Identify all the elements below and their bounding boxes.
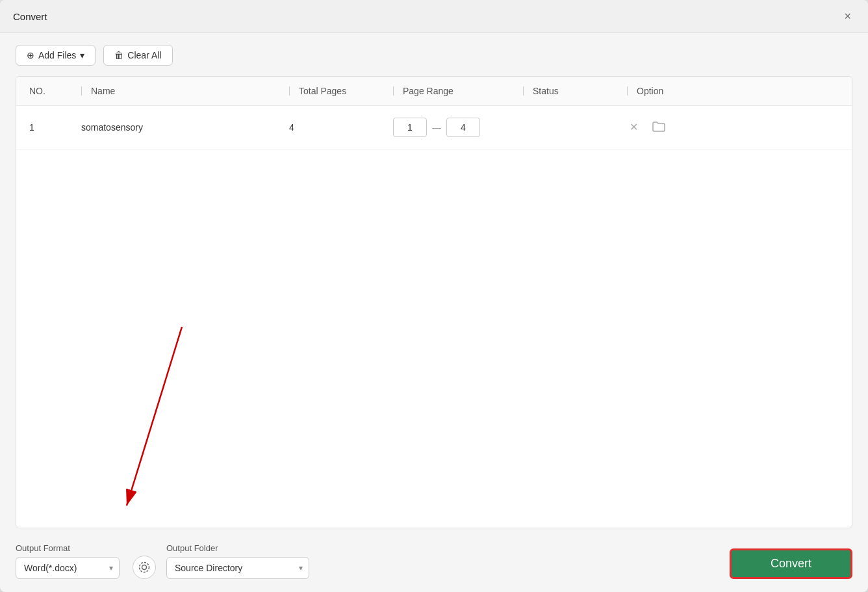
convert-button[interactable]: Convert (730, 548, 852, 579)
row-page-range: — (393, 118, 523, 137)
row-name: somatosensory (81, 122, 289, 133)
remove-file-button[interactable]: ✕ (627, 120, 641, 135)
file-table: NO. Name Total Pages Page Range Status O… (16, 76, 852, 528)
toolbar: ⊕ Add Files ▾ 🗑 Clear All (0, 33, 868, 76)
separator (393, 86, 394, 96)
clear-all-label: Clear All (127, 50, 161, 60)
window-title: Convert (13, 11, 47, 22)
table-body: 1 somatosensory 4 — ✕ (16, 106, 852, 528)
output-format-select[interactable]: Word(*.docx) Excel(*.xlsx) PowerPoint(*.… (16, 557, 120, 579)
col-total-pages: Total Pages (289, 86, 393, 96)
col-option: Option (627, 86, 839, 96)
output-folder-select[interactable]: Source Directory Custom Directory (166, 557, 309, 579)
dropdown-arrow-icon: ▾ (80, 50, 84, 60)
separator (81, 86, 82, 96)
trash-icon: 🗑 (114, 50, 123, 60)
close-button[interactable]: × (840, 9, 855, 23)
row-total-pages: 4 (289, 122, 393, 133)
settings-button[interactable] (133, 556, 156, 579)
plus-icon: ⊕ (27, 50, 34, 60)
row-option: ✕ (627, 118, 839, 137)
col-name: Name (81, 86, 289, 96)
output-folder-select-wrapper: Source Directory Custom Directory ▾ (166, 557, 309, 579)
title-bar: Convert × (0, 0, 868, 33)
col-page-range: Page Range (393, 86, 523, 96)
add-files-label: Add Files (38, 50, 76, 60)
col-status: Status (523, 86, 627, 96)
output-folder-label: Output Folder (166, 543, 309, 553)
row-no: 1 (29, 122, 81, 133)
output-format-select-wrapper: Word(*.docx) Excel(*.xlsx) PowerPoint(*.… (16, 557, 120, 579)
convert-window: Convert × ⊕ Add Files ▾ 🗑 Clear All NO. … (0, 0, 868, 592)
output-format-label: Output Format (16, 543, 120, 553)
table-row: 1 somatosensory 4 — ✕ (16, 106, 852, 149)
separator (627, 86, 628, 96)
output-format-group: Output Format Word(*.docx) Excel(*.xlsx)… (16, 543, 120, 579)
svg-point-3 (140, 563, 149, 573)
page-range-end-input[interactable] (446, 118, 480, 137)
table-header: NO. Name Total Pages Page Range Status O… (16, 77, 852, 106)
col-no: NO. (29, 86, 81, 96)
separator (523, 86, 524, 96)
open-folder-button[interactable] (650, 118, 668, 137)
bottom-bar: Output Format Word(*.docx) Excel(*.xlsx)… (0, 528, 868, 592)
add-files-button[interactable]: ⊕ Add Files ▾ (16, 45, 96, 66)
svg-point-2 (142, 565, 147, 570)
page-range-dash: — (432, 122, 441, 133)
page-range-start-input[interactable] (393, 118, 427, 137)
clear-all-button[interactable]: 🗑 Clear All (103, 45, 172, 66)
separator (289, 86, 290, 96)
output-folder-group: Output Folder Source Directory Custom Di… (166, 543, 309, 579)
